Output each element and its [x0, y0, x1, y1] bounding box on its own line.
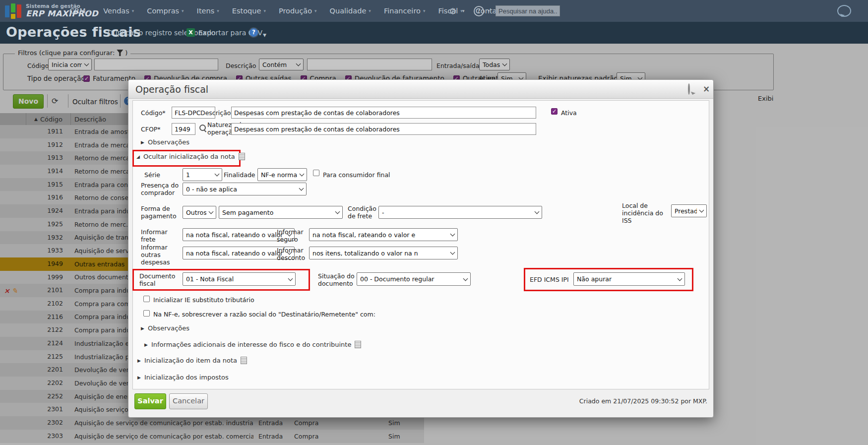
forma-pagamento-label-2: pagamento [141, 212, 177, 220]
excel-icon: X [186, 28, 195, 37]
local-iss-label-2: incidência do [622, 209, 663, 217]
presenca-comprador-select[interactable]: 0 - não se aplica [183, 183, 307, 195]
informar-frete-label: Informar [141, 228, 168, 236]
serie-label: Série [144, 171, 160, 179]
observacoes-section-1[interactable]: ▶ Observações [141, 138, 189, 146]
cfop-input[interactable] [172, 123, 195, 135]
created-timestamp: Criado em 21/07/2025 09:30:52 por MXP. [579, 397, 707, 405]
help-chevron-down-icon[interactable]: ▾ [488, 0, 490, 22]
cancel-button[interactable]: Cancelar [169, 393, 208, 409]
informar-seguro-label-2: seguro [277, 236, 298, 243]
ativa-label: Ativa [561, 109, 577, 117]
descricao-label: Descrição* [200, 109, 234, 117]
informar-seguro-label: Informar [277, 228, 304, 236]
menu-item[interactable]: Qualidade ▾ [330, 7, 371, 15]
informar-seguro-select[interactable]: na nota fiscal, rateando o valor e [309, 228, 458, 241]
collapsed-icon: ▶ [144, 342, 148, 347]
help-icon[interactable]: ? [474, 0, 484, 22]
informar-desconto-select[interactable]: nos itens, totalizando o valor na n [309, 247, 458, 259]
header-chevron-down-icon[interactable]: ▾ [263, 31, 266, 39]
expanded-icon: ◢ [136, 154, 140, 159]
search-icon[interactable] [199, 125, 206, 131]
chevron-down-icon: ▾ [423, 8, 426, 13]
condicao-frete-label: Condição [348, 205, 376, 212]
info-adicionais-section[interactable]: ▶ Informações adicionais de interesse do… [144, 341, 361, 348]
condicao-frete-select[interactable]: - [378, 206, 542, 219]
chevron-down-icon: ▾ [182, 8, 184, 13]
inicializacao-impostos-section[interactable]: ▶ Inicialização dos impostos [137, 374, 229, 381]
situacao-documento-select[interactable]: 00 - Documento regular [357, 272, 471, 286]
header-help-icon[interactable]: ? [249, 28, 258, 37]
situacao-label-2: documento [318, 280, 353, 287]
documento-fiscal-label: Documento [139, 272, 175, 280]
chevron-down-icon: ▾ [132, 8, 134, 13]
chat-bubble-icon[interactable] [837, 0, 851, 22]
informar-frete-label-2: frete [141, 236, 156, 243]
informar-desconto-label: Informar [277, 247, 304, 254]
forma-pagamento-select[interactable]: Outros [183, 206, 216, 219]
menu-item[interactable]: CRM ▾ [69, 7, 90, 15]
chevron-down-icon [299, 186, 304, 191]
meio-pagamento-select[interactable]: Sem pagamento [219, 206, 343, 219]
documento-fiscal-label-2: fiscal [139, 280, 155, 287]
descricao-input[interactable] [231, 107, 536, 119]
inicializacao-item-section[interactable]: ▶ Inicialização do item da nota [137, 357, 247, 364]
forma-pagamento-label: Forma de [141, 205, 170, 212]
main-menu: CRM ▾ Vendas ▾ Compras ▾ Itens ▾ Estoque… [69, 0, 530, 22]
finalidade-label: Finalidade [224, 171, 255, 179]
chevron-down-icon [450, 232, 455, 237]
presenca-label: Presença do [141, 182, 179, 189]
chevron-down-icon [535, 209, 540, 214]
inicializar-ie-checkbox[interactable] [143, 296, 150, 302]
chevron-down-icon: ▾ [263, 8, 266, 13]
chevron-down-icon [209, 209, 214, 214]
condicao-frete-label-2: de frete [348, 212, 372, 220]
chevron-down-icon [463, 276, 468, 281]
notes-icon [239, 153, 245, 160]
inicializar-ie-label: Inicializar IE substituto tributário [153, 296, 254, 304]
menu-item[interactable]: Vendas ▾ [103, 7, 134, 15]
natureza-input[interactable] [231, 123, 536, 135]
informar-outras-label-3: despesas [141, 258, 170, 266]
ativa-checkbox[interactable]: ✓ [551, 108, 558, 115]
top-menu-bar: Sistema de gestão ERP MAXIPROD CRM ▾ Ven… [0, 0, 868, 22]
menu-item[interactable]: Estoque ▾ [232, 7, 266, 15]
menu-item[interactable]: Financeiro ▾ [384, 7, 426, 15]
sobrescrever-razao-checkbox[interactable] [143, 310, 150, 317]
finalidade-select[interactable]: NF-e normal [257, 168, 307, 181]
documento-fiscal-select[interactable]: 01 - Nota Fiscal [183, 272, 296, 286]
gear-chevron-down-icon[interactable]: ▾ [462, 0, 465, 22]
local-iss-label: Local de [622, 202, 648, 209]
save-button[interactable]: Salvar [134, 393, 166, 409]
local-iss-select[interactable]: Prestador [671, 204, 707, 217]
chevron-down-icon [300, 172, 305, 177]
menu-item[interactable]: Itens ▾ [197, 7, 219, 15]
chevron-down-icon: ▾ [217, 8, 219, 13]
search-input[interactable] [496, 5, 560, 16]
menu-item[interactable]: Produção ▾ [279, 7, 317, 15]
informar-desconto-label-2: desconto [277, 254, 305, 261]
close-icon[interactable]: × [703, 84, 710, 94]
maxiprod-logo-icon [5, 2, 23, 19]
dialog-titlebar[interactable]: Operação fiscal × [128, 80, 713, 99]
menu-item[interactable]: Compras ▾ [147, 7, 184, 15]
erp-window: Sistema de gestão ERP MAXIPROD CRM ▾ Ven… [0, 0, 868, 445]
sobrescrever-razao-label: Na NF-e, sobrescrever a razão social do … [153, 311, 375, 318]
chevron-down-icon [699, 208, 704, 213]
efd-icms-ipi-select[interactable]: Não apurar [573, 272, 685, 286]
gear-icon[interactable]: ⚙ [449, 0, 457, 22]
consumidor-final-label: Para consumidor final [323, 171, 390, 179]
situacao-label: Situação do [318, 272, 355, 280]
operacao-fiscal-dialog: Operação fiscal × Código* Descrição* ✓ A… [128, 79, 714, 418]
efd-icms-ipi-label: EFD ICMS IPI [530, 276, 569, 283]
chevron-down-icon [288, 276, 293, 281]
chevron-down-icon [335, 209, 340, 214]
ocultar-inicializacao-section[interactable]: ◢ Ocultar inicialização da nota [136, 153, 245, 160]
serie-select[interactable]: 1 [183, 168, 222, 181]
dialog-chat-bubble-icon[interactable] [688, 84, 690, 94]
notes-icon [241, 357, 247, 364]
chevron-down-icon: ▾ [88, 8, 91, 13]
page-header: Operações fiscais Duplicar o registro se… [0, 22, 868, 44]
observacoes-section-2[interactable]: ▶ Observações [141, 324, 189, 332]
consumidor-final-checkbox[interactable] [313, 170, 319, 176]
